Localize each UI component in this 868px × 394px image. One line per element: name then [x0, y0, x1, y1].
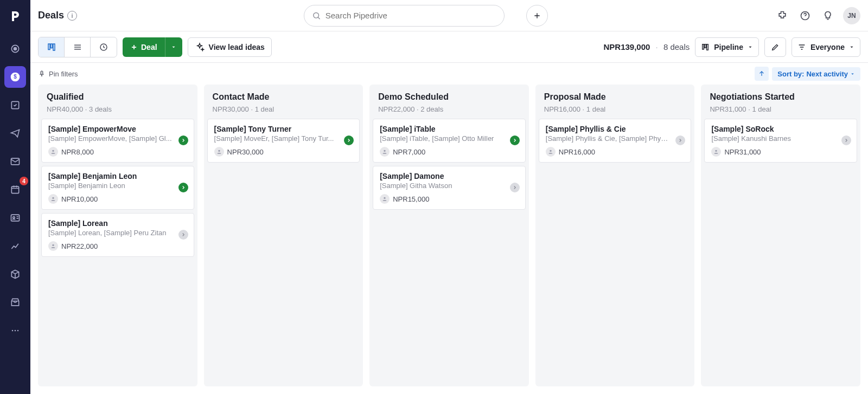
info-icon[interactable]: i: [67, 11, 77, 21]
column-meta: NPR30,000 · 1 deal: [213, 105, 355, 113]
sort-value: Next activity: [806, 70, 848, 78]
deal-card[interactable]: [Sample] SoRock [Sample] Kanushi Barnes …: [704, 119, 857, 163]
view-lead-ideas-button[interactable]: View lead ideas: [188, 37, 272, 57]
deal-card[interactable]: [Sample] Benjamin Leon [Sample] Benjamin…: [41, 166, 194, 210]
svg-point-8: [13, 217, 15, 218]
pin-icon: [38, 70, 46, 77]
view-list-button[interactable]: [65, 37, 91, 57]
sidebar-item-more[interactable]: [4, 320, 26, 341]
user-avatar[interactable]: JN: [843, 7, 860, 24]
deal-status-icon[interactable]: [510, 135, 520, 145]
view-pipeline-button[interactable]: [39, 37, 65, 57]
sidebar-item-deals[interactable]: $: [4, 66, 26, 88]
deal-card[interactable]: [Sample] Tony Turner [Sample] MoveEr, [S…: [207, 119, 360, 163]
deal-subtitle: [Sample] Phyllis & Cie, [Sample] Phyll..…: [546, 134, 669, 143]
list-icon: [73, 42, 82, 52]
sidebar-item-projects[interactable]: [4, 94, 26, 116]
view-switch: [38, 37, 117, 57]
person-icon: [546, 147, 556, 157]
pin-filters-button[interactable]: Pin filters: [38, 70, 78, 78]
quick-add-button[interactable]: [526, 5, 548, 27]
view-forecast-button[interactable]: [91, 37, 117, 57]
chevron-right-icon: [678, 138, 683, 143]
svg-rect-19: [705, 44, 706, 48]
svg-point-1: [14, 48, 17, 50]
column-meta: NPR22,000 · 2 deals: [378, 105, 520, 113]
pipeline-column[interactable]: Contact Made NPR30,000 · 1 deal [Sample]…: [204, 85, 363, 386]
svg-point-25: [384, 150, 386, 152]
deal-amount: NPR16,000: [559, 148, 595, 156]
help-icon[interactable]: [797, 8, 813, 23]
svg-rect-6: [11, 186, 18, 193]
sidebar-item-leads[interactable]: [4, 38, 26, 60]
pipeline-selector[interactable]: Pipeline: [695, 37, 759, 57]
sort-direction-button[interactable]: [755, 67, 769, 81]
plus-icon: [130, 43, 138, 51]
person-icon: [48, 194, 58, 204]
plus-icon: [533, 11, 541, 20]
pipeline-column[interactable]: Demo Scheduled NPR22,000 · 2 deals [Samp…: [369, 85, 529, 386]
sidebar-item-insights[interactable]: [4, 235, 26, 257]
search-input-wrap[interactable]: [304, 5, 505, 27]
logo-icon[interactable]: [5, 7, 25, 26]
svg-point-10: [15, 330, 16, 332]
deal-card[interactable]: [Sample] iTable [Sample] iTable, [Sample…: [373, 119, 526, 163]
avatar-initials: JN: [847, 12, 856, 20]
deal-status-icon[interactable]: [178, 135, 188, 145]
sidebar-item-mail[interactable]: [4, 151, 26, 172]
sidebar-item-marketplace[interactable]: [4, 292, 26, 313]
sort-by-button[interactable]: Sort by: Next activity: [772, 67, 860, 81]
deal-title: [Sample] Damone: [380, 172, 519, 180]
sidebar-item-contacts[interactable]: [4, 207, 26, 229]
column-meta: NPR40,000 · 3 deals: [47, 105, 189, 113]
svg-point-27: [550, 150, 551, 152]
deal-status-icon[interactable]: [178, 230, 188, 240]
chevron-right-icon: [181, 232, 186, 237]
deal-title: [Sample] EmpowerMove: [48, 125, 187, 133]
svg-point-26: [384, 197, 386, 199]
deal-card[interactable]: [Sample] Lorean [Sample] Lorean, [Sample…: [41, 213, 194, 257]
pipeline-column[interactable]: Negotiations Started NPR31,000 · 1 deal …: [701, 85, 860, 386]
svg-rect-16: [53, 44, 55, 50]
search-input[interactable]: [326, 11, 496, 20]
column-header: Contact Made NPR30,000 · 1 deal: [204, 85, 363, 119]
column-cards: [Sample] iTable [Sample] iTable, [Sample…: [369, 119, 529, 214]
search-icon: [312, 11, 321, 21]
svg-point-11: [17, 330, 19, 332]
sort-prefix: Sort by:: [777, 70, 804, 78]
add-deal-dropdown[interactable]: [165, 37, 182, 57]
column-title: Contact Made: [213, 92, 355, 102]
deal-status-icon[interactable]: [510, 183, 520, 192]
top-icons: JN: [775, 7, 860, 24]
pipeline-column[interactable]: Proposal Made NPR16,000 · 1 deal [Sample…: [535, 85, 695, 386]
deal-card[interactable]: [Sample] Damone [Sample] Githa Watson NP…: [373, 166, 526, 210]
pipeline-label: Pipeline: [714, 43, 743, 51]
add-deal-button[interactable]: Deal: [123, 43, 165, 51]
deal-subtitle: [Sample] MoveEr, [Sample] Tony Tur...: [214, 134, 338, 143]
deal-subtitle: [Sample] Benjamin Leon: [48, 182, 172, 190]
column-cards: [Sample] EmpowerMove [Sample] EmpowerMov…: [38, 119, 197, 261]
deal-card[interactable]: [Sample] EmpowerMove [Sample] EmpowerMov…: [41, 119, 194, 163]
caret-down-icon: [171, 44, 176, 50]
sidebar-item-products[interactable]: [4, 263, 26, 285]
filter-selector[interactable]: Everyone: [792, 37, 860, 57]
deal-status-icon[interactable]: [178, 183, 188, 192]
svg-rect-18: [703, 44, 704, 49]
deal-amount-row: NPR16,000: [546, 147, 685, 157]
svg-point-24: [218, 150, 220, 152]
tips-icon[interactable]: [820, 8, 835, 23]
pipeline-column[interactable]: Qualified NPR40,000 · 3 deals [Sample] E…: [38, 85, 197, 386]
chevron-right-icon: [512, 185, 518, 190]
deal-subtitle: [Sample] EmpowerMove, [Sample] Gl...: [48, 134, 172, 143]
extensions-icon[interactable]: [775, 8, 790, 23]
sidebar-item-activities[interactable]: 4: [4, 179, 26, 201]
deal-status-icon[interactable]: [344, 135, 354, 145]
deal-status-icon[interactable]: [675, 135, 685, 145]
sidebar-item-campaigns[interactable]: [4, 122, 26, 144]
deal-amount: NPR8,000: [61, 148, 94, 156]
deal-card[interactable]: [Sample] Phyllis & Cie [Sample] Phyllis …: [539, 119, 692, 163]
deal-status-icon[interactable]: [841, 135, 851, 145]
edit-pipeline-button[interactable]: [764, 37, 786, 57]
filter-icon: [797, 43, 806, 51]
forecast-icon: [99, 42, 108, 52]
